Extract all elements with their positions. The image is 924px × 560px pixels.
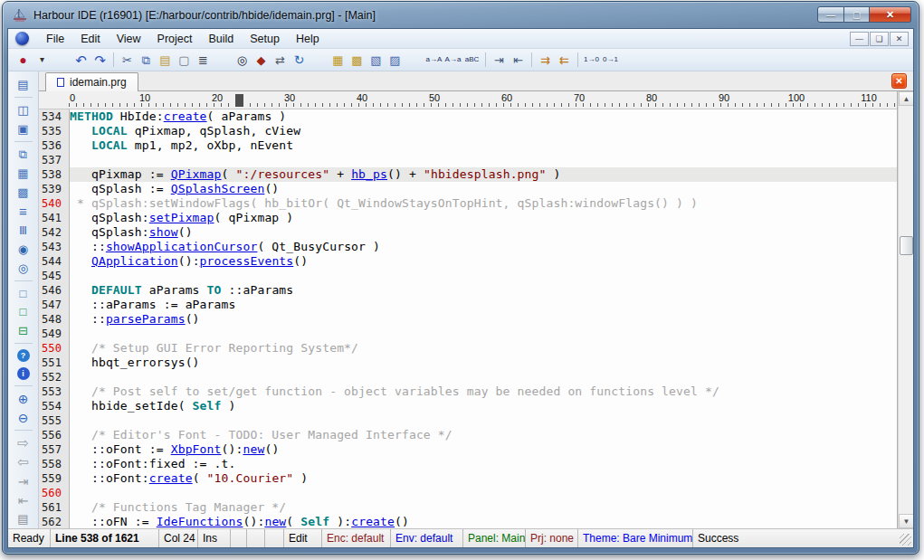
find-in-files-icon[interactable]: ◆ [252, 52, 271, 69]
code-line[interactable]: 534METHOD HbIde:create( aParams ) [39, 109, 897, 124]
code-line[interactable]: 553 /* Post self to set/get function - o… [39, 384, 897, 399]
window-stamp-icon[interactable]: ▩ [348, 52, 367, 69]
replace-icon[interactable]: ⇄ [271, 52, 290, 69]
code-line[interactable]: 535 LOCAL qPixmap, qSplash, cView [39, 124, 897, 138]
vertical-scrollbar[interactable]: ▲ ▼ [898, 91, 913, 528]
case-invert-icon[interactable]: aBC [462, 52, 481, 69]
menu-edit[interactable]: Edit [72, 31, 109, 47]
title-bar[interactable]: Harbour IDE (r16901) [E:/harbour/contrib… [3, 2, 919, 28]
code-line[interactable]: 554 hbide_setIde( Self ) [39, 399, 897, 413]
info-icon[interactable]: i [17, 367, 30, 380]
code-line[interactable]: 537 [39, 153, 897, 167]
editor-panel-icon[interactable]: ▤ [14, 77, 33, 92]
mdi-restore-button[interactable]: ❏ [870, 32, 889, 46]
menu-build[interactable]: Build [200, 31, 242, 47]
code-line[interactable]: 542 qSplash:show() [39, 225, 897, 240]
view-split-icon[interactable]: ⊟ [14, 323, 33, 338]
goto-last-icon[interactable]: ⇥ [14, 473, 33, 489]
code-line[interactable]: 558 ::oFont:fixed := .t. [39, 457, 897, 471]
code-line[interactable]: 543 ::showApplicationCursor( Qt_BusyCurs… [39, 240, 897, 254]
mdi-close-button[interactable]: ✕ [890, 32, 909, 46]
code-line[interactable]: 557 ::oFont := XbpFont():new() [39, 442, 897, 457]
code-line[interactable]: 536 LOCAL mp1, mp2, oXbp, nEvent [39, 138, 897, 153]
globe-settings-icon[interactable]: ◉ [14, 242, 33, 257]
to-double-quote-icon[interactable]: 1→0 [582, 52, 601, 69]
menu-project[interactable]: Project [149, 31, 201, 47]
code-line[interactable]: 555 [39, 413, 897, 428]
paste-icon[interactable]: ▤ [156, 52, 175, 69]
record-macro-icon[interactable]: ● [14, 52, 33, 69]
goto-first-icon[interactable]: ⇤ [14, 492, 33, 508]
help-icon[interactable]: ? [17, 349, 30, 362]
maximize-button[interactable]: ▢ [844, 6, 870, 23]
view-frame-icon[interactable]: □ [14, 304, 33, 319]
code-line[interactable]: 562 ::oFN := IdeFunctions():new( Self ):… [39, 515, 897, 528]
columns-view-icon[interactable]: Ⅲ [14, 223, 33, 238]
window-arrow-left-icon[interactable]: ▨ [386, 52, 405, 69]
code-line[interactable]: 545 [39, 269, 897, 283]
scroll-down-arrow-icon[interactable]: ▼ [899, 514, 913, 528]
stream-comment-icon[interactable]: ≣ [194, 52, 213, 69]
goto-prev-icon[interactable]: ⇦ [14, 454, 33, 470]
record-dropdown-caret-icon[interactable]: ▾ [33, 52, 52, 69]
copy-icon[interactable]: ⧉ [137, 52, 156, 69]
globe-sync-icon[interactable]: ◎ [14, 261, 33, 276]
case-lower-icon[interactable]: A→a [443, 52, 462, 69]
code-line[interactable]: 540 * qSplash:setWindowFlags( hb_bitOr( … [39, 196, 897, 211]
code-line[interactable]: 547 ::aParams := aParams [39, 298, 897, 312]
code-line[interactable]: 551 hbqt_errorsys() [39, 356, 897, 370]
code-line[interactable]: 539 qSplash := QSplashScreen() [39, 182, 897, 196]
menu-setup[interactable]: Setup [242, 31, 288, 47]
menu-help[interactable]: Help [288, 31, 328, 47]
view-single-icon[interactable]: □ [14, 286, 33, 301]
code-line[interactable]: 561 /* Functions Tag Manager */ [39, 500, 897, 515]
window-arrow-right-icon[interactable]: ▧ [367, 52, 386, 69]
mdi-minimize-button[interactable]: — [850, 32, 869, 46]
code-line[interactable]: 541 qSplash:setPixmap( qPixmap ) [39, 211, 897, 225]
code-line[interactable]: 538 qPixmap := QPixmap( ":/resources" + … [39, 167, 897, 182]
minimize-button[interactable]: — [817, 6, 844, 23]
scrollbar-thumb[interactable] [900, 236, 913, 255]
code-line[interactable]: 550 /* Setup GUI Error Reporting System*… [39, 341, 897, 356]
code-line[interactable]: 546 DEFAULT aParams TO ::aParams [39, 283, 897, 298]
tab-close-button[interactable]: ✕ [891, 73, 907, 89]
goto-next-icon[interactable]: ⇨ [14, 435, 33, 451]
code-line[interactable]: 549 [39, 327, 897, 341]
indent-left-icon[interactable]: ⇤ [509, 52, 528, 69]
to-single-quote-icon[interactable]: 0→1 [601, 52, 620, 69]
refresh-icon[interactable]: ↻ [290, 52, 309, 69]
document-icon[interactable]: ▤ [14, 511, 33, 527]
close-button[interactable]: ✕ [870, 6, 911, 23]
menu-view[interactable]: View [109, 31, 149, 47]
rows-view-icon[interactable]: ≡ [14, 204, 33, 219]
cut-icon[interactable]: ✂ [118, 52, 137, 69]
menu-file[interactable]: File [38, 31, 72, 47]
code-line[interactable]: 559 ::oFont:create( "10.Courier" ) [39, 471, 897, 486]
code-line[interactable]: 552 [39, 370, 897, 384]
code-line[interactable]: 556 /* Editor's Font - TODO: User Manage… [39, 428, 897, 442]
code-editor[interactable]: 534METHOD HbIde:create( aParams )535 LOC… [39, 109, 897, 528]
app-menu-button[interactable] [15, 32, 29, 45]
save-icon[interactable]: ▣ [14, 121, 33, 137]
split-view-icon[interactable]: ◫ [14, 102, 33, 118]
grid-view-icon[interactable]: ▦ [14, 166, 33, 181]
move-left-icon[interactable]: ⇇ [555, 52, 574, 69]
tile-view-icon[interactable]: ▩ [14, 185, 33, 200]
tab-idemain-prg[interactable]: idemain.prg [45, 72, 138, 91]
resize-grip[interactable] [900, 534, 911, 546]
code-line[interactable]: 560 [39, 486, 897, 500]
case-upper-icon[interactable]: a→A [424, 52, 443, 69]
redo-icon[interactable]: ↷ [90, 52, 110, 69]
move-right-icon[interactable]: ⇉ [536, 52, 555, 69]
indent-right-icon[interactable]: ⇥ [490, 52, 509, 69]
zoom-out-icon[interactable]: ⊖ [14, 410, 33, 425]
window-filter-icon[interactable]: ▦ [329, 52, 348, 69]
code-line[interactable]: 544 QApplication():processEvents() [39, 254, 897, 269]
zoom-in-icon[interactable]: ⊕ [14, 391, 33, 406]
select-block-icon[interactable]: ▢ [175, 52, 194, 69]
undo-icon[interactable]: ↶ [71, 52, 90, 69]
code-line[interactable]: 548 ::parseParams() [39, 312, 897, 327]
copy-stack-icon[interactable]: ⧉ [14, 147, 33, 162]
find-icon[interactable]: ◎ [233, 52, 252, 69]
scroll-up-arrow-icon[interactable]: ▲ [899, 91, 913, 106]
